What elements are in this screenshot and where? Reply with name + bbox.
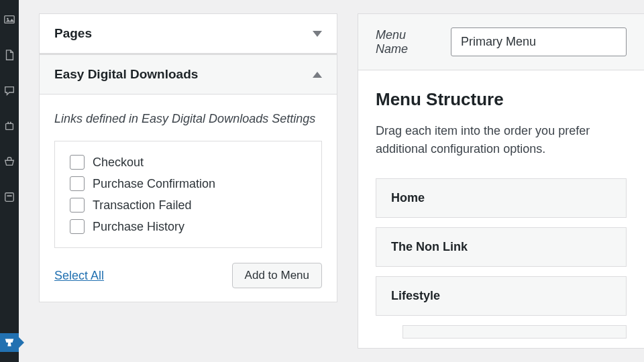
checkbox[interactable] [70, 198, 85, 213]
checkbox-row-purchase-confirmation[interactable]: Purchase Confirmation [70, 176, 307, 191]
menu-structure-column: Menu Name Menu Structure Drag each item … [358, 13, 644, 349]
menu-body: Menu Structure Drag each item into the o… [358, 70, 644, 349]
admin-sidebar [0, 0, 19, 362]
pages-icon[interactable] [3, 49, 15, 61]
menu-items-column: Pages Easy Digital Downloads Links defin… [39, 13, 337, 349]
svg-rect-0 [5, 16, 14, 23]
checkbox-group: Checkout Purchase Confirmation Transacti… [54, 141, 322, 248]
menu-item-sub[interactable] [402, 325, 627, 339]
accordion-panel-edd: Easy Digital Downloads Links defined in … [39, 54, 337, 302]
checkbox[interactable] [70, 155, 85, 170]
accordion-panel-pages: Pages [39, 13, 337, 54]
menu-name-label: Menu Name [376, 28, 439, 56]
add-to-menu-button[interactable]: Add to Menu [232, 263, 322, 288]
main-content: Pages Easy Digital Downloads Links defin… [19, 0, 644, 362]
plugin-icon[interactable] [3, 120, 15, 132]
users-icon[interactable] [3, 191, 15, 203]
panel-description: Links defined in Easy Digital Downloads … [54, 111, 322, 127]
accordion-header-edd[interactable]: Easy Digital Downloads [40, 54, 337, 95]
accordion-title: Easy Digital Downloads [54, 67, 198, 82]
menu-structure-title: Menu Structure [376, 89, 627, 110]
accordion-title: Pages [54, 26, 92, 41]
checkbox[interactable] [70, 219, 85, 234]
svg-rect-2 [6, 123, 13, 129]
menu-item-lifestyle[interactable]: Lifestyle [376, 276, 627, 316]
checkbox-label: Purchase Confirmation [93, 177, 215, 191]
svg-rect-3 [7, 122, 9, 124]
svg-rect-5 [5, 193, 14, 202]
chevron-down-icon [313, 31, 322, 37]
checkbox-label: Transaction Failed [93, 198, 191, 213]
media-icon[interactable] [3, 13, 15, 25]
svg-rect-6 [7, 195, 11, 196]
menu-item-non-link[interactable]: The Non Link [376, 227, 627, 267]
panel-footer: Select All Add to Menu [54, 263, 322, 288]
chevron-up-icon [313, 72, 322, 78]
menu-structure-description: Drag each item into the order you prefer… [376, 122, 627, 158]
appearance-icon-active[interactable] [0, 333, 19, 352]
select-all-link[interactable]: Select All [54, 269, 104, 283]
tools-icon[interactable] [3, 156, 15, 168]
checkbox-row-transaction-failed[interactable]: Transaction Failed [70, 198, 307, 213]
accordion-body-edd: Links defined in Easy Digital Downloads … [40, 95, 337, 302]
svg-rect-4 [10, 122, 11, 124]
menu-item-home[interactable]: Home [376, 178, 627, 218]
comments-icon[interactable] [3, 84, 15, 97]
checkbox-label: Checkout [93, 156, 144, 170]
accordion-header-pages[interactable]: Pages [40, 14, 337, 53]
menu-name-bar: Menu Name [358, 14, 644, 70]
menu-name-input[interactable] [451, 27, 627, 56]
checkbox-label: Purchase History [93, 220, 184, 234]
checkbox-row-checkout[interactable]: Checkout [70, 155, 307, 170]
checkbox-row-purchase-history[interactable]: Purchase History [70, 219, 307, 234]
checkbox[interactable] [70, 176, 85, 191]
